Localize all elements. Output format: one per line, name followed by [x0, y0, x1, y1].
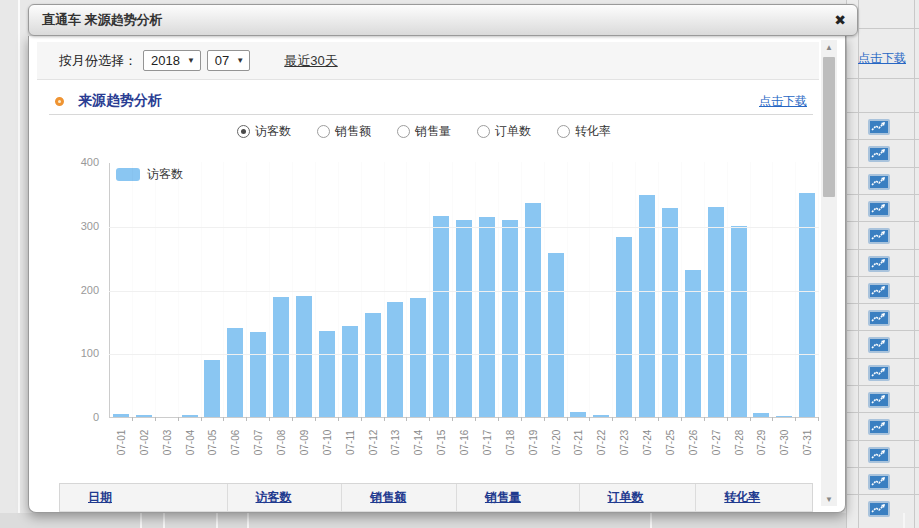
dialog-scrollbar[interactable]: ▲ ▼: [821, 40, 837, 506]
scroll-up-icon[interactable]: ▲: [821, 40, 837, 54]
bar-07-04[interactable]: [182, 415, 198, 417]
y-axis-tick-label: 0: [29, 411, 99, 423]
bar-07-06[interactable]: [227, 328, 243, 417]
trend-chart-icon[interactable]: [868, 174, 890, 190]
trend-chart-icon[interactable]: [868, 283, 890, 299]
metric-radio-label: 销售额: [335, 123, 371, 140]
bar-07-13[interactable]: [387, 302, 403, 417]
trend-chart-icon[interactable]: [868, 447, 890, 463]
radio-icon[interactable]: [557, 125, 570, 138]
bar-07-12[interactable]: [365, 313, 381, 417]
bar-07-22[interactable]: [593, 415, 609, 417]
bar-07-16[interactable]: [456, 220, 472, 417]
bar-07-17[interactable]: [479, 217, 495, 417]
metric-radio-2[interactable]: 销售额: [317, 123, 371, 140]
bar-slot: 07-27: [705, 162, 728, 417]
bar-07-15[interactable]: [433, 216, 449, 417]
metric-radio-1[interactable]: 访客数: [237, 123, 291, 140]
month-select[interactable]: 07 ▼: [207, 50, 250, 71]
table-row: [868, 474, 892, 492]
trend-chart-icon[interactable]: [868, 228, 890, 244]
download-link[interactable]: 点击下载: [759, 93, 807, 110]
bar-07-26[interactable]: [685, 270, 701, 417]
radio-icon[interactable]: [317, 125, 330, 138]
bar-07-27[interactable]: [708, 207, 724, 417]
table-header-link[interactable]: 销售量: [485, 489, 521, 506]
radio-icon[interactable]: [477, 125, 490, 138]
bar-07-07[interactable]: [250, 332, 266, 417]
trend-chart-icon[interactable]: [868, 146, 890, 162]
trend-chart-icon[interactable]: [868, 119, 890, 135]
y-axis-tick-label: 100: [29, 347, 99, 359]
bar-07-21[interactable]: [570, 412, 586, 417]
x-axis-tick-label: 07-04: [184, 423, 195, 463]
bar-07-30[interactable]: [776, 416, 792, 417]
bar-07-24[interactable]: [639, 195, 655, 417]
table-header-link[interactable]: 销售额: [370, 489, 406, 506]
background-table-border: [903, 513, 905, 528]
x-axis-tick-label: 07-31: [802, 423, 813, 463]
section-divider: [49, 114, 813, 115]
bar-slot: 07-25: [659, 162, 682, 417]
trend-chart-icon[interactable]: [868, 337, 890, 353]
bar-07-14[interactable]: [410, 298, 426, 417]
table-header-2: 访客数: [227, 484, 342, 511]
bar-07-28[interactable]: [731, 226, 747, 417]
trend-chart-icon[interactable]: [868, 201, 890, 217]
x-axis-tick-label: 07-11: [344, 423, 355, 463]
bar-07-10[interactable]: [319, 331, 335, 417]
background-table-border: [846, 440, 919, 441]
table-header-link[interactable]: 访客数: [256, 489, 292, 506]
table-header-link[interactable]: 转化率: [724, 489, 760, 506]
bar-07-11[interactable]: [342, 326, 358, 417]
bar-07-23[interactable]: [616, 237, 632, 417]
bar-07-29[interactable]: [753, 413, 769, 417]
bar-07-19[interactable]: [525, 203, 541, 417]
dialog-title: 直通车 来源趋势分析: [29, 11, 163, 29]
bar-slot: 07-14: [407, 162, 430, 417]
metric-radio-4[interactable]: 订单数: [477, 123, 531, 140]
metric-radio-5[interactable]: 转化率: [557, 123, 611, 140]
table-header-6: 转化率: [695, 484, 812, 511]
table-header-link[interactable]: 订单数: [608, 489, 644, 506]
table-header-1: 日期: [60, 484, 227, 511]
table-row: [868, 365, 892, 383]
bar-07-08[interactable]: [273, 297, 289, 417]
year-select[interactable]: 2018 ▼: [143, 50, 201, 71]
gridline: [109, 354, 819, 355]
x-axis-tick-label: 07-22: [596, 423, 607, 463]
y-axis-tick-label: 200: [29, 284, 99, 296]
trend-chart-icon[interactable]: [868, 474, 890, 490]
bar-07-05[interactable]: [204, 360, 220, 417]
trend-chart-icon[interactable]: [868, 501, 890, 517]
table-header-link[interactable]: 日期: [88, 489, 112, 506]
bar-07-18[interactable]: [502, 220, 518, 417]
trend-chart-icon[interactable]: [868, 365, 890, 381]
bar-07-02[interactable]: [136, 415, 152, 417]
bar-07-25[interactable]: [662, 208, 678, 417]
scroll-down-icon[interactable]: ▼: [821, 492, 837, 506]
bar-slot: 07-29: [751, 162, 774, 417]
radio-icon[interactable]: [397, 125, 410, 138]
bar-slot: 07-24: [636, 162, 659, 417]
bar-slot: 07-12: [362, 162, 385, 417]
trend-chart-icon[interactable]: [868, 419, 890, 435]
scrollbar-thumb[interactable]: [823, 57, 835, 197]
trend-chart-icon[interactable]: [868, 256, 890, 272]
trend-chart-icon[interactable]: [868, 392, 890, 408]
recent-30-days-link[interactable]: 最近30天: [284, 52, 337, 70]
bar-slot: 07-19: [522, 162, 545, 417]
background-table-border: [846, 467, 919, 468]
background-table-border: [846, 194, 919, 195]
metric-radio-3[interactable]: 销售量: [397, 123, 451, 140]
bar-07-09[interactable]: [296, 296, 312, 417]
bar-07-01[interactable]: [113, 414, 129, 417]
trend-chart-icon[interactable]: [868, 310, 890, 326]
radio-selected-icon[interactable]: [237, 125, 250, 138]
bar-07-20[interactable]: [548, 253, 564, 417]
close-icon[interactable]: ✖: [834, 13, 846, 27]
background-bottom-strip: [0, 513, 846, 528]
background-table-border: [846, 139, 919, 140]
background-download-link[interactable]: 点击下载: [858, 50, 906, 67]
background-table-border: [163, 513, 165, 528]
